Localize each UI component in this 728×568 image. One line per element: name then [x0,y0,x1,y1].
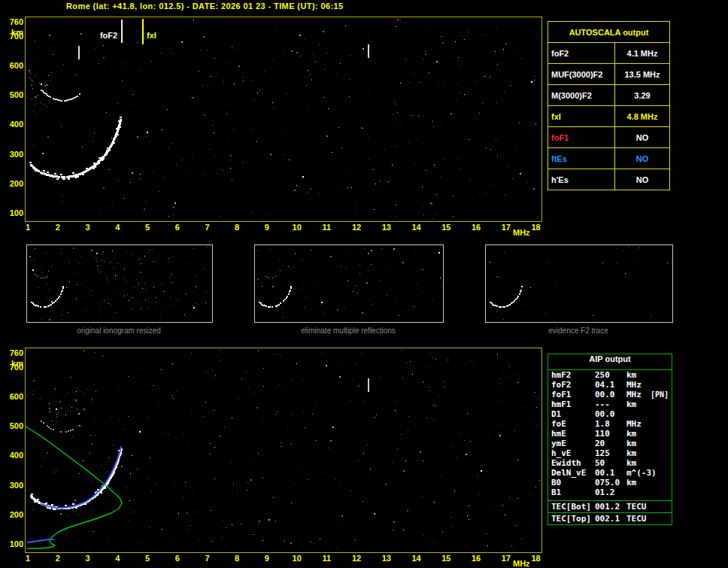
f-layer-trace [61,291,62,293]
noise-speckle [167,109,168,110]
noise-speckle [132,297,132,298]
noise-speckle [251,129,252,130]
noise-speckle [61,194,62,195]
f-layer-trace [512,302,514,303]
noise-speckle [303,412,304,412]
noise-speckle [500,308,501,308]
noise-speckle [479,113,480,114]
noise-speckle [399,315,399,316]
noise-speckle [142,288,143,289]
noise-speckle [470,360,471,361]
noise-speckle [117,388,118,389]
x-axis-tick-profile: 2 [50,554,66,563]
noise-speckle [35,248,35,249]
autoscala-table-row: h'EsNO [548,169,670,190]
noise-speckle [92,401,93,402]
noise-speckle [527,182,528,183]
electron-density-profile [26,427,122,548]
noise-speckle [281,446,281,447]
noise-speckle [59,401,61,402]
noise-speckle [364,314,365,314]
autoscala-screen: Rome (lat: +41.8, lon: 012.5) - DATE: 20… [0,0,728,568]
y-axis-tick-profile: 760 [3,348,23,357]
thumbnail-original-ionogram [26,245,213,323]
noise-speckle [160,317,161,317]
aip-param-unit: MHz [626,390,642,399]
f-layer-trace [511,302,512,304]
noise-speckle [417,284,417,285]
noise-speckle [183,497,184,498]
noise-speckle [94,418,95,419]
noise-speckle [56,470,56,471]
noise-speckle [625,273,626,274]
noise-speckle [308,70,308,71]
noise-speckle [54,472,55,473]
fxI-marker-line [142,19,144,44]
f-layer-trace [520,290,522,291]
noise-speckle [70,412,71,412]
noise-speckle [99,63,99,64]
noise-speckle [467,515,468,516]
noise-speckle [387,295,387,296]
noise-speckle [602,263,603,263]
noise-speckle [193,97,194,99]
noise-speckle [389,269,390,270]
noise-speckle [393,530,393,530]
noise-speckle [517,498,518,499]
noise-speckle [29,256,31,257]
noise-speckle [102,254,102,255]
x-axis-tick-main: 5 [139,223,156,232]
noise-speckle [339,376,341,378]
second-reflection-trace [43,422,44,424]
noise-speckle [529,494,530,495]
noise-speckle [522,304,523,305]
noise-speckle [499,378,500,379]
noise-speckle [324,69,325,70]
f-layer-trace [65,505,67,506]
noise-speckle [148,298,149,299]
noise-speckle [73,248,74,249]
noise-speckle [108,457,109,458]
noise-speckle [212,370,213,371]
noise-speckle [393,521,395,523]
noise-speckle [288,266,289,267]
second-reflection-trace [54,99,56,100]
noise-speckle [345,26,346,26]
noise-speckle [533,125,534,126]
noise-speckle [423,214,424,215]
noise-speckle [214,132,214,133]
noise-speckle [106,252,107,253]
aip-param-value: 00.0 [595,409,626,419]
noise-speckle [159,191,159,192]
noise-speckle [277,387,278,388]
autoscala-param-label: ftEs [548,148,615,169]
noise-speckle [192,494,193,494]
noise-speckle [444,387,445,387]
noise-speckle [311,79,312,80]
aip-table-row: Ewidth50km [548,458,672,468]
noise-speckle [436,61,438,62]
noise-speckle [126,281,126,282]
noise-speckle [74,420,75,421]
second-reflection-trace [66,99,68,101]
noise-speckle [435,359,436,360]
noise-speckle [373,169,374,170]
second-reflection-trace [68,99,69,101]
autoscala-param-value: 4.8 MHz [615,106,670,127]
noise-speckle [403,470,405,472]
noise-speckle [231,462,232,463]
autoscala-param-label: h'Es [548,169,615,190]
noise-speckle [361,127,362,129]
noise-speckle [305,307,305,308]
noise-speckle [529,135,530,136]
f-layer-trace [63,178,65,180]
noise-speckle [423,143,424,144]
noise-speckle [432,49,432,50]
noise-speckle [44,85,46,87]
noise-speckle [92,399,93,399]
noise-speckle [457,84,458,85]
second-reflection-trace [42,90,44,92]
f-layer-trace [31,302,32,303]
noise-speckle [368,478,369,478]
noise-speckle [93,481,93,482]
